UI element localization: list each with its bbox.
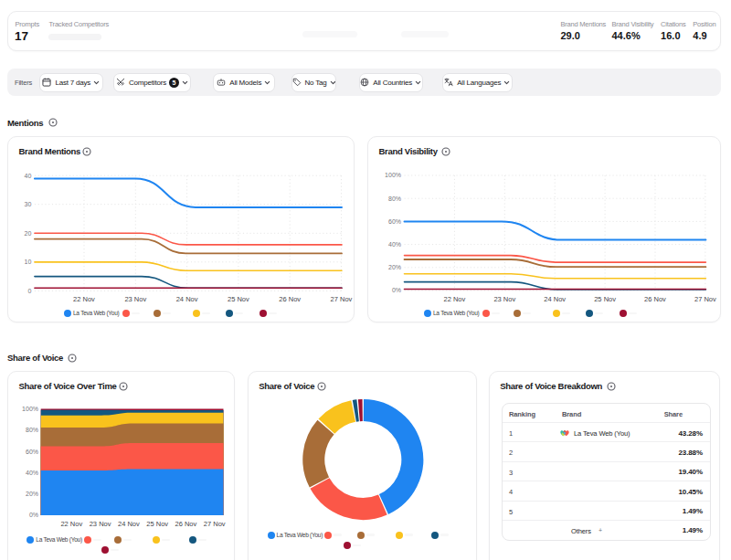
svg-text:40: 40 bbox=[25, 173, 32, 179]
svg-text:0%: 0% bbox=[29, 512, 38, 518]
svg-text:25 Nov: 25 Nov bbox=[146, 520, 168, 528]
svg-text:20%: 20% bbox=[26, 491, 38, 497]
svg-text:80%: 80% bbox=[388, 195, 401, 202]
svg-text:60%: 60% bbox=[26, 449, 38, 455]
svg-text:0: 0 bbox=[27, 288, 31, 294]
svg-text:20: 20 bbox=[25, 230, 32, 237]
svg-text:23 Nov: 23 Nov bbox=[90, 520, 111, 528]
svg-text:24 Nov: 24 Nov bbox=[176, 295, 198, 303]
svg-text:26 Nov: 26 Nov bbox=[644, 295, 666, 303]
svg-text:20%: 20% bbox=[388, 264, 401, 270]
svg-text:22 Nov: 22 Nov bbox=[60, 520, 82, 528]
svg-text:100%: 100% bbox=[385, 172, 401, 178]
svg-text:27 Nov: 27 Nov bbox=[694, 295, 716, 303]
svg-text:24 Nov: 24 Nov bbox=[118, 520, 140, 528]
svg-text:25 Nov: 25 Nov bbox=[228, 295, 249, 303]
svg-text:25 Nov: 25 Nov bbox=[594, 295, 616, 303]
svg-text:27 Nov: 27 Nov bbox=[331, 295, 353, 303]
svg-text:23 Nov: 23 Nov bbox=[124, 295, 146, 303]
svg-text:60%: 60% bbox=[388, 218, 401, 225]
svg-text:0%: 0% bbox=[392, 287, 401, 293]
svg-text:24 Nov: 24 Nov bbox=[544, 295, 566, 303]
svg-text:40%: 40% bbox=[388, 241, 401, 248]
svg-text:26 Nov: 26 Nov bbox=[175, 520, 197, 528]
svg-text:23 Nov: 23 Nov bbox=[493, 295, 515, 303]
svg-text:30: 30 bbox=[25, 201, 32, 207]
svg-text:22 Nov: 22 Nov bbox=[444, 295, 466, 303]
svg-text:40%: 40% bbox=[26, 470, 38, 476]
svg-text:10: 10 bbox=[25, 259, 32, 265]
svg-text:27 Nov: 27 Nov bbox=[204, 520, 226, 528]
svg-text:26 Nov: 26 Nov bbox=[279, 295, 301, 303]
svg-text:80%: 80% bbox=[26, 427, 38, 433]
svg-text:100%: 100% bbox=[22, 406, 38, 412]
svg-text:22 Nov: 22 Nov bbox=[73, 295, 95, 303]
